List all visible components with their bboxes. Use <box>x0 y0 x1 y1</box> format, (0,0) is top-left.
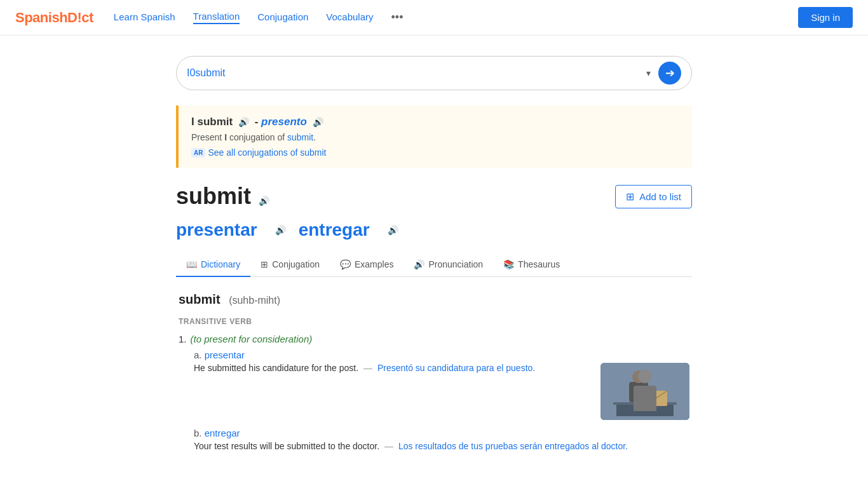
tab-examples[interactable]: 💬 Examples <box>330 253 403 277</box>
conjugation-title: I submit 🔊 - presento 🔊 <box>191 116 679 128</box>
svg-rect-3 <box>629 382 648 402</box>
examples-tab-icon: 💬 <box>340 259 351 269</box>
sub-label-b: b. entregar <box>194 428 689 438</box>
word-phonetic-row: submit (suhb-miht) <box>179 292 689 307</box>
tab-thesaurus[interactable]: 📚 Thesaurus <box>493 253 570 277</box>
tab-pronunciation[interactable]: 🔊 Pronunciation <box>403 253 493 277</box>
svg-rect-8 <box>646 395 651 407</box>
sub-letter-a: a. <box>194 349 202 360</box>
nav-translation[interactable]: Translation <box>193 11 240 24</box>
sub-def-a: a. presentar He submitted his candidatur… <box>194 349 689 420</box>
translation-entregar[interactable]: entregar <box>299 220 370 240</box>
word-class: TRANSITIVE VERB <box>179 317 689 326</box>
svg-line-6 <box>645 391 656 398</box>
conjugation-tab-icon: ⊞ <box>261 259 268 269</box>
search-dropdown-icon[interactable]: ▾ <box>646 68 651 78</box>
see-all-text: See all conjugations of submit <box>208 147 326 158</box>
word-title: submit <box>176 183 251 209</box>
conjugation-tab-label: Conjugation <box>272 259 320 269</box>
search-button[interactable]: ➔ <box>658 62 681 85</box>
conjugation-submit-link[interactable]: submit <box>287 132 313 142</box>
dictionary-tab-label: Dictionary <box>201 259 240 269</box>
word-title-group: submit 🔊 <box>176 183 269 210</box>
nav-conjugation[interactable]: Conjugation <box>257 11 308 24</box>
tabs: 📖 Dictionary ⊞ Conjugation 💬 Examples 🔊 … <box>176 253 692 277</box>
sub-word-b[interactable]: entregar <box>205 428 240 438</box>
example-image-placeholder <box>600 363 689 420</box>
see-all-conjugations[interactable]: AR See all conjugations of submit <box>191 147 679 158</box>
thesaurus-tab-icon: 📚 <box>503 259 514 269</box>
conjugation-box: I submit 🔊 - presento 🔊 Present I conjug… <box>176 105 692 168</box>
def-num: 1. <box>179 334 187 344</box>
example-row-a: He submitted his candidature for the pos… <box>194 363 689 420</box>
svg-point-4 <box>632 370 645 383</box>
conjugation-spanish-audio[interactable]: 🔊 <box>313 117 323 127</box>
sub-word-a[interactable]: presentar <box>205 349 245 360</box>
thesaurus-tab-label: Thesaurus <box>518 259 560 269</box>
sub-def-b: b. entregar Your test results will be su… <box>194 428 689 454</box>
main-content: ▾ ➔ I submit 🔊 - presento 🔊 Present I co… <box>161 36 707 454</box>
conjugation-subtitle: Present I conjugation of submit. <box>191 132 679 142</box>
example-en-a: He submitted his candidature for the pos… <box>194 363 588 373</box>
conjugation-dash: - <box>255 116 261 128</box>
word-header: submit 🔊 ⊞ Add to list <box>176 183 692 210</box>
word-audio-icon[interactable]: 🔊 <box>259 196 269 206</box>
add-to-list-button[interactable]: ⊞ Add to list <box>615 185 692 208</box>
example-row-b: Your test results will be submitted to t… <box>194 441 689 454</box>
site-logo[interactable]: SpanishD!ct <box>15 10 93 26</box>
example-text-a: He submitted his candidature for the pos… <box>194 363 588 376</box>
add-to-list-icon: ⊞ <box>626 191 634 203</box>
sign-in-button[interactable]: Sign in <box>798 7 853 28</box>
tab-dictionary[interactable]: 📖 Dictionary <box>176 253 250 277</box>
conjugation-prefix-audio[interactable]: 🔊 <box>238 117 249 127</box>
dictionary-tab-icon: 📖 <box>186 259 197 269</box>
translation-presentar-audio[interactable]: 🔊 <box>275 225 286 235</box>
translation-presentar[interactable]: presentar <box>176 220 257 240</box>
nav-more-dots[interactable]: ••• <box>391 11 403 24</box>
logo-text: SpanishD!ct <box>15 10 93 25</box>
example-es-a: Presentó su candidatura para el puesto. <box>377 363 535 373</box>
sub-label-a: a. presentar <box>194 349 689 360</box>
nav-learn-spanish[interactable]: Learn Spanish <box>114 11 175 24</box>
def-number-1: 1. (to present for consideration) <box>179 334 689 344</box>
conjugation-spanish-word: presento <box>261 116 307 128</box>
tab-conjugation[interactable]: ⊞ Conjugation <box>250 253 330 277</box>
sub-letter-b: b. <box>194 428 202 438</box>
example-image-a <box>600 363 689 420</box>
dict-word: submit <box>179 292 220 306</box>
pronunciation-tab-icon: 🔊 <box>414 259 424 269</box>
nav-vocabulary[interactable]: Vocabulary <box>326 11 373 24</box>
conjugation-prefix: I submit <box>191 116 233 128</box>
pronunciation-tab-label: Pronunciation <box>428 259 483 269</box>
search-arrow-icon: ➔ <box>665 66 675 80</box>
search-bar: ▾ ➔ <box>176 56 692 90</box>
navbar: SpanishD!ct Learn Spanish Translation Co… <box>0 0 868 36</box>
svg-rect-2 <box>616 405 674 416</box>
examples-tab-label: Examples <box>355 259 393 269</box>
search-input[interactable] <box>187 67 646 79</box>
translation-entregar-audio[interactable]: 🔊 <box>388 225 398 235</box>
definition-1: 1. (to present for consideration) a. pre… <box>179 334 689 454</box>
example-es-b: Los resultados de tus pruebas serán entr… <box>398 441 628 451</box>
dictionary-content: submit (suhb-miht) TRANSITIVE VERB 1. (t… <box>176 292 692 454</box>
example-en-b: Your test results will be submitted to t… <box>194 441 689 451</box>
add-to-list-label: Add to list <box>639 191 681 202</box>
nav-links: Learn Spanish Translation Conjugation Vo… <box>114 11 798 24</box>
example-text-b: Your test results will be submitted to t… <box>194 441 689 454</box>
translations: presentar 🔊 entregar 🔊 <box>176 220 692 240</box>
def-meaning: (to present for consideration) <box>191 334 313 344</box>
phonetic-text: (suhb-miht) <box>229 295 280 306</box>
ar-badge: AR <box>191 148 205 158</box>
